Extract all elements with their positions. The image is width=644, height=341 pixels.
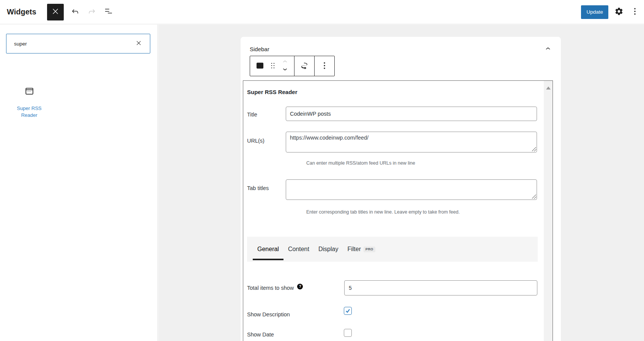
urls-field-textarea[interactable]: https://www.codeinwp.com/feed/	[286, 132, 537, 152]
block-toolbar	[250, 56, 335, 76]
title-field-input[interactable]	[286, 107, 537, 121]
close-inserter-button[interactable]	[47, 4, 64, 20]
show-date-checkbox[interactable]	[344, 329, 352, 337]
widget-inserter-panel: Super RSS Reader	[0, 25, 158, 341]
form-scrollbar[interactable]	[544, 81, 553, 341]
urls-field-help: Can enter multiple RSS/atom feed URLs in…	[306, 160, 415, 166]
chevron-down-icon	[281, 65, 289, 74]
move-to-icon	[300, 61, 309, 71]
top-bar-left: Widgets	[0, 4, 118, 20]
tab-general-label: General	[257, 246, 279, 253]
total-items-input[interactable]	[344, 280, 537, 295]
block-type-button[interactable]	[253, 57, 267, 75]
toolbar-group-options	[314, 56, 334, 76]
tab-titles-field-help: Enter corresponding tab titles in new li…	[306, 209, 460, 215]
toolbar-group-move	[294, 56, 314, 76]
drag-handle-icon	[268, 61, 277, 71]
close-icon	[51, 7, 60, 17]
inserter-item-super-rss-reader[interactable]: Super RSS Reader	[6, 86, 52, 119]
update-button[interactable]: Update	[581, 5, 608, 19]
collapse-panel-button[interactable]	[543, 44, 553, 53]
redo-icon	[87, 7, 96, 17]
clear-search-button[interactable]	[134, 39, 143, 48]
settings-tabs: General Content Display Filter PRO	[247, 237, 538, 262]
widget-form: Super RSS Reader Title URL(s) https://ww…	[243, 80, 553, 341]
search-input[interactable]	[6, 41, 134, 47]
gear-icon	[614, 7, 624, 17]
list-view-button[interactable]	[102, 5, 115, 19]
tab-display-label: Display	[318, 246, 338, 253]
move-to-widget-area-button[interactable]	[297, 57, 312, 75]
widget-search-box	[6, 34, 150, 53]
top-bar: Widgets Upda	[0, 0, 644, 24]
list-view-icon	[104, 7, 113, 17]
tab-filter-label: Filter	[347, 246, 361, 253]
scroll-up-arrow-icon[interactable]	[546, 86, 551, 90]
kebab-icon	[320, 61, 329, 71]
clear-icon	[135, 40, 142, 47]
total-items-label-text: Total items to show	[247, 285, 294, 291]
legacy-widget-icon	[255, 61, 265, 71]
tab-titles-field-textarea[interactable]	[286, 179, 537, 200]
help-icon[interactable]: ?	[297, 284, 303, 289]
widget-form-title: Super RSS Reader	[247, 89, 298, 95]
page-title: Widgets	[7, 8, 36, 16]
toolbar-group-block	[250, 56, 294, 76]
urls-field-label: URL(s)	[247, 138, 265, 144]
redo-button[interactable]	[85, 5, 99, 19]
top-bar-right: Update	[581, 5, 644, 19]
tab-content[interactable]: Content	[283, 237, 314, 262]
show-date-label: Show Date	[247, 332, 274, 338]
total-items-label: Total items to show?	[247, 285, 303, 291]
tab-display[interactable]: Display	[314, 237, 343, 262]
tab-titles-field-label: Tab titles	[247, 185, 269, 191]
tab-filter[interactable]: Filter PRO	[343, 237, 379, 262]
tab-content-label: Content	[288, 246, 309, 253]
pro-badge: PRO	[364, 247, 375, 252]
widget-area-panel: Sidebar	[241, 37, 561, 341]
inserter-item-label: Super RSS Reader	[13, 105, 45, 119]
widget-area-title: Sidebar	[250, 46, 269, 52]
block-options-button[interactable]	[317, 57, 332, 75]
title-field-label: Title	[247, 112, 257, 118]
chevron-up-icon	[543, 44, 553, 53]
rss-widget-icon	[24, 86, 35, 97]
drag-handle[interactable]	[267, 57, 279, 75]
show-description-label: Show Description	[247, 311, 290, 317]
tab-general[interactable]: General	[253, 237, 283, 262]
move-down-button[interactable]	[281, 66, 289, 73]
widgets-editor-screen: Widgets Upda	[0, 0, 644, 341]
editor-canvas: Sidebar	[158, 25, 644, 341]
kebab-icon	[630, 7, 639, 17]
widget-area-header: Sidebar	[241, 37, 561, 56]
undo-button[interactable]	[68, 5, 82, 19]
options-menu-button[interactable]	[630, 5, 640, 19]
check-icon	[345, 308, 351, 314]
block-mover	[279, 59, 291, 73]
settings-button[interactable]	[612, 5, 626, 19]
show-description-checkbox[interactable]	[344, 307, 352, 315]
undo-icon	[71, 7, 80, 17]
